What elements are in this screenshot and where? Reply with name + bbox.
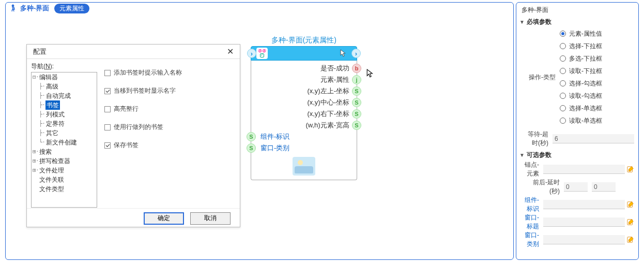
- output-port-row: (x,y)左上-坐标S: [251, 85, 357, 97]
- checkbox-row[interactable]: 高亮整行: [104, 105, 232, 113]
- output-port-row: (x,y)中心-坐标S: [251, 97, 357, 108]
- delay-label: 前后-延时(秒): [524, 178, 564, 196]
- tree-item[interactable]: 文件关联: [32, 175, 97, 184]
- radio-label: 读取-勾选框: [569, 92, 602, 100]
- edit-icon[interactable]: [627, 165, 634, 173]
- radio-icon[interactable]: [560, 80, 566, 86]
- tree-item[interactable]: ├·列模式: [32, 110, 97, 119]
- chevron-right-icon[interactable]: ›: [247, 49, 256, 58]
- tree-item[interactable]: 文件类型: [32, 184, 97, 194]
- radio-option[interactable]: 读取-单选框: [560, 114, 634, 127]
- node-block: 多种-界面(元素属性) › ⦿⦿ › 是否-成功b元素-属性j(x,y)左上-坐…: [251, 36, 357, 180]
- main-panel: 多种-界面 元素属性 配置 ✕ 导航(N): ⊟·编辑器 ├·高级 ├·自动完成…: [5, 2, 514, 260]
- link-label[interactable]: 窗口-类别: [524, 231, 543, 249]
- block-type-icon: ⦿⦿: [256, 48, 268, 59]
- radio-label: 选择-勾选框: [569, 79, 602, 88]
- link-field-row: 窗口-类别: [524, 231, 634, 249]
- edit-icon[interactable]: [627, 236, 634, 244]
- tree-item[interactable]: ⊞·搜索: [32, 147, 97, 156]
- port-icon[interactable]: b: [352, 64, 361, 73]
- output-port-row: 是否-成功b: [251, 63, 357, 74]
- radio-icon[interactable]: [560, 43, 566, 49]
- header-pill[interactable]: 元素属性: [54, 4, 89, 13]
- output-port-row: (w,h)元素-宽高S: [251, 120, 357, 131]
- checkbox-icon[interactable]: [104, 124, 111, 130]
- edit-icon[interactable]: [627, 218, 634, 226]
- ok-button[interactable]: 确定: [144, 212, 184, 225]
- close-icon[interactable]: ✕: [225, 47, 235, 56]
- checkbox-icon[interactable]: [104, 106, 111, 112]
- port-icon[interactable]: S: [352, 98, 361, 107]
- radio-icon[interactable]: [560, 118, 566, 124]
- op-type-label: 操作-类型: [524, 73, 560, 82]
- nav-label: 导航(N):: [31, 62, 97, 71]
- radio-icon[interactable]: [560, 68, 566, 74]
- cursor-icon: [340, 49, 347, 59]
- radio-option[interactable]: 选择-勾选框: [560, 77, 634, 90]
- radio-label: 多选-下拉框: [569, 54, 602, 63]
- anchor-input[interactable]: [543, 165, 625, 174]
- checkbox-icon[interactable]: [104, 88, 111, 94]
- delay-before-input[interactable]: [564, 182, 588, 192]
- checkbox-icon[interactable]: [104, 70, 111, 76]
- section-required[interactable]: ▼必填参数: [519, 18, 635, 26]
- radio-label: 选择-下拉框: [569, 42, 602, 51]
- radio-option[interactable]: 选择-单选框: [560, 102, 634, 114]
- tree-item[interactable]: ├·自动完成: [32, 91, 97, 100]
- wait-timeout-input[interactable]: [553, 134, 634, 143]
- radio-label: 读取-下拉框: [569, 67, 602, 76]
- port-icon[interactable]: S: [352, 121, 361, 130]
- radio-option[interactable]: 选择-下拉框: [560, 40, 634, 52]
- checkbox-icon[interactable]: [104, 142, 111, 149]
- delay-after-input[interactable]: [592, 182, 616, 192]
- radio-icon[interactable]: [560, 55, 566, 62]
- link-field-row: 组件-标识: [524, 196, 634, 213]
- port-icon[interactable]: S: [352, 86, 361, 96]
- main-title: 多种-界面: [20, 4, 49, 13]
- link-label[interactable]: 组件-标识: [524, 196, 543, 213]
- dialog-title: 配置: [33, 47, 47, 56]
- radio-icon[interactable]: [560, 105, 566, 111]
- section-optional[interactable]: ▼可选参数: [519, 151, 635, 159]
- checkbox-row[interactable]: 保存书签: [104, 141, 232, 150]
- port-icon[interactable]: S: [247, 143, 256, 153]
- tree-item[interactable]: ├·定界符: [32, 119, 97, 128]
- checkbox-label: 当移到书签时显示名字: [114, 86, 176, 95]
- link-input[interactable]: [543, 235, 625, 244]
- checkbox-label: 保存书签: [114, 141, 139, 150]
- radio-option[interactable]: 元素-属性值: [560, 27, 634, 40]
- checkbox-label: 高亮整行: [114, 105, 139, 113]
- chevron-right-icon[interactable]: ›: [351, 49, 361, 58]
- tree-item[interactable]: └·新文件创建: [32, 138, 97, 147]
- port-icon[interactable]: S: [247, 132, 256, 141]
- radio-option[interactable]: 读取-勾选框: [560, 90, 634, 102]
- cancel-button[interactable]: 取消: [190, 212, 231, 225]
- tree-item[interactable]: ⊞·文件处理: [32, 166, 97, 175]
- port-icon[interactable]: j: [352, 75, 361, 84]
- link-field-row: 窗口-标题: [524, 213, 634, 231]
- link-label[interactable]: 窗口-标题: [524, 213, 543, 231]
- checkbox-row[interactable]: 添加书签时提示输入名称: [104, 68, 232, 77]
- radio-icon[interactable]: [560, 93, 566, 99]
- tree-item[interactable]: ⊟·编辑器: [32, 72, 97, 82]
- checkbox-row[interactable]: 使用行做列的书签: [104, 123, 232, 132]
- nav-tree[interactable]: ⊟·编辑器 ├·高级 ├·自动完成 ├·书签 ├·列模式 ├·定界符 ├·其它 …: [31, 72, 97, 208]
- radio-option[interactable]: 读取-下拉框: [560, 65, 634, 77]
- tree-item[interactable]: ⊞·拼写检查器: [32, 156, 97, 166]
- link-input[interactable]: [543, 217, 625, 227]
- tree-item[interactable]: ├·书签: [32, 100, 97, 110]
- config-dialog: 配置 ✕ 导航(N): ⊟·编辑器 ├·高级 ├·自动完成 ├·书签 ├·列模式…: [26, 44, 240, 227]
- block-header[interactable]: › ⦿⦿ ›: [251, 46, 357, 61]
- tree-item[interactable]: ├·高级: [32, 82, 97, 91]
- triangle-down-icon: ▼: [519, 152, 525, 158]
- properties-title: 多种-界面: [519, 5, 635, 17]
- radio-option[interactable]: 多选-下拉框: [560, 52, 634, 65]
- input-port-row: S组件-标识: [251, 131, 357, 142]
- link-input[interactable]: [543, 200, 625, 209]
- edit-icon[interactable]: [627, 200, 634, 209]
- radio-icon[interactable]: [560, 31, 566, 37]
- checkbox-row[interactable]: 当移到书签时显示名字: [104, 86, 232, 95]
- wait-timeout-label: 等待-超时(秒): [524, 130, 553, 148]
- port-icon[interactable]: S: [352, 109, 361, 119]
- tree-item[interactable]: ├·其它: [32, 128, 97, 138]
